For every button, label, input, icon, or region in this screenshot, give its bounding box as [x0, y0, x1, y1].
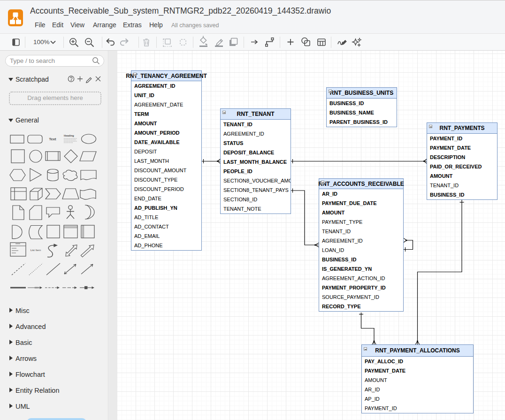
svg-text:Text: Text [49, 137, 56, 141]
svg-text:List Item: List Item [31, 249, 41, 252]
svg-text:Heading: Heading [64, 134, 74, 137]
